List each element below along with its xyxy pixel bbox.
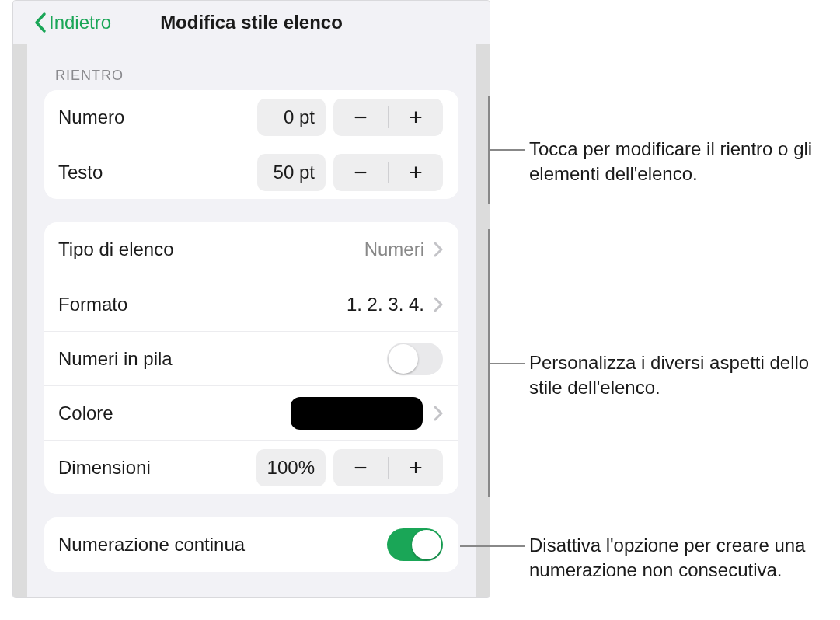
panel-header: Indietro Modifica stile elenco — [13, 1, 490, 44]
toggle-knob — [389, 344, 418, 374]
label-size: Dimensioni — [58, 457, 256, 479]
label-tiered-numbers: Numeri in pila — [58, 348, 387, 370]
value-list-type: Numeri — [364, 239, 424, 260]
style-group: Tipo di elenco Numeri Formato 1. 2. 3. 4… — [44, 222, 458, 494]
stepper-plus-button[interactable]: + — [389, 99, 443, 136]
callout-indent: Tocca per modificare il rientro o gli el… — [529, 137, 840, 186]
callout-line — [460, 545, 525, 547]
row-list-type[interactable]: Tipo di elenco Numeri — [44, 222, 458, 277]
row-size: Dimensioni 100% − + — [44, 440, 458, 494]
row-format[interactable]: Formato 1. 2. 3. 4. — [44, 277, 458, 331]
continue-group: Numerazione continua — [44, 517, 458, 572]
callouts-layer: Tocca per modificare il rientro o gli el… — [490, 0, 840, 620]
label-indent-text: Testo — [58, 162, 257, 183]
row-color[interactable]: Colore — [44, 385, 458, 440]
row-indent-text: Testo 50 pt − + — [44, 145, 458, 199]
stepper-indent-number: − + — [333, 99, 443, 136]
value-size[interactable]: 100% — [256, 449, 326, 486]
toggle-knob — [412, 530, 441, 559]
chevron-right-icon — [434, 406, 443, 421]
callout-style: Personalizza i diversi aspetti dello sti… — [529, 350, 840, 400]
value-indent-number[interactable]: 0 pt — [257, 99, 326, 136]
label-format: Formato — [58, 294, 347, 315]
chevron-left-icon — [33, 12, 47, 33]
section-header-indent: RIENTRO — [13, 44, 490, 90]
row-tiered-numbers: Numeri in pila — [44, 331, 458, 385]
label-color: Colore — [58, 402, 291, 424]
label-list-type: Tipo di elenco — [58, 239, 364, 260]
panel-shade-left — [13, 1, 27, 597]
stepper-plus-button[interactable]: + — [389, 154, 443, 191]
callout-continue: Disattiva l'opzione per creare una numer… — [529, 533, 840, 583]
stepper-size: − + — [333, 449, 443, 486]
value-format: 1. 2. 3. 4. — [347, 294, 424, 315]
callout-line — [488, 149, 525, 151]
toggle-continue-numbering[interactable] — [387, 528, 443, 561]
back-label: Indietro — [49, 12, 111, 33]
stepper-minus-button[interactable]: − — [333, 99, 388, 136]
row-continue-numbering: Numerazione continua — [44, 517, 458, 572]
settings-panel: Indietro Modifica stile elenco RIENTRO N… — [12, 0, 490, 598]
stepper-indent-text: − + — [333, 154, 443, 191]
stepper-plus-button[interactable]: + — [389, 449, 443, 486]
row-indent-number: Numero 0 pt − + — [44, 90, 458, 145]
back-button[interactable]: Indietro — [13, 12, 111, 33]
toggle-tiered-numbers[interactable] — [387, 343, 443, 375]
value-indent-text[interactable]: 50 pt — [257, 154, 326, 191]
stepper-minus-button[interactable]: − — [333, 449, 388, 486]
color-swatch — [291, 397, 423, 430]
stepper-minus-button[interactable]: − — [333, 154, 388, 191]
callout-line — [488, 363, 525, 364]
label-continue-numbering: Numerazione continua — [58, 534, 387, 556]
chevron-right-icon — [434, 297, 443, 312]
label-indent-number: Numero — [58, 106, 257, 128]
indent-group: Numero 0 pt − + Testo 50 pt − + — [44, 90, 458, 199]
chevron-right-icon — [434, 242, 443, 257]
